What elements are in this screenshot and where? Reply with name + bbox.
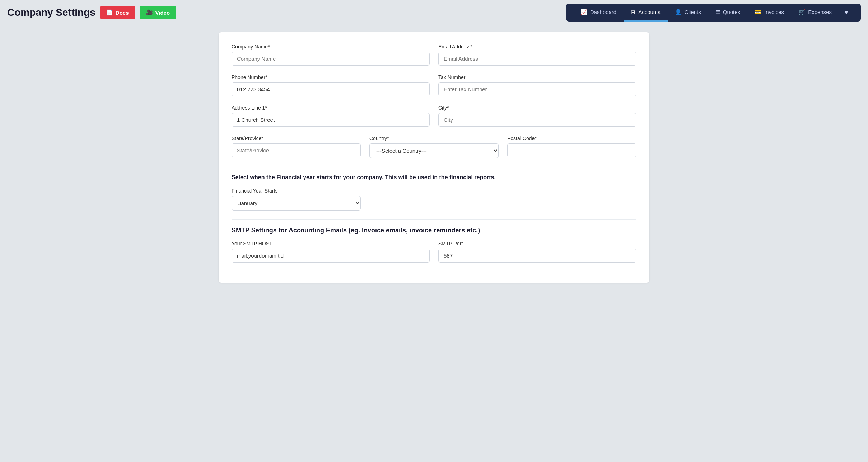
email-input[interactable] [438, 52, 636, 66]
nav-item-quotes[interactable]: ☰ Quotes [708, 4, 747, 22]
invoices-icon: 💳 [755, 9, 761, 15]
postal-label: Postal Code* [507, 135, 636, 141]
nav-item-expenses[interactable]: 🛒 Expenses [791, 4, 839, 22]
nav-item-clients[interactable]: 👤 Clients [668, 4, 708, 22]
top-left-section: Company Settings 📄 Docs 🎥 Video [7, 6, 176, 19]
financial-year-label: Financial Year Starts [232, 188, 361, 194]
postal-input[interactable] [507, 143, 636, 157]
docs-button[interactable]: 📄 Docs [100, 6, 135, 19]
accounts-icon: ⊞ [631, 9, 635, 15]
tax-group: Tax Number [438, 74, 636, 96]
smtp-host-input[interactable] [232, 249, 430, 263]
smtp-port-input[interactable] [438, 249, 636, 263]
financial-year-group: Financial Year Starts January February M… [232, 188, 361, 211]
form-row-financial: Financial Year Starts January February M… [232, 188, 636, 211]
phone-group: Phone Number* [232, 74, 430, 96]
city-group: City* [438, 105, 636, 127]
city-input[interactable] [438, 113, 636, 127]
company-name-input[interactable] [232, 52, 430, 66]
email-group: Email Address* [438, 44, 636, 66]
email-label: Email Address* [438, 44, 636, 50]
tax-input[interactable] [438, 82, 636, 96]
smtp-host-group: Your SMTP HOST [232, 241, 430, 263]
form-row-2: Phone Number* Tax Number [232, 74, 636, 96]
quotes-icon: ☰ [715, 9, 720, 15]
video-button[interactable]: 🎥 Video [140, 6, 177, 19]
postal-group: Postal Code* [507, 135, 636, 158]
state-label: State/Provice* [232, 135, 361, 141]
smtp-heading: SMTP Settings for Accounting Emails (eg.… [232, 227, 636, 234]
state-group: State/Provice* [232, 135, 361, 158]
smtp-port-group: SMTP Port [438, 241, 636, 263]
settings-card: Company Name* Email Address* Phone Numbe… [219, 32, 649, 283]
nav-more-button[interactable]: ▾ [839, 4, 854, 22]
country-group: Country* ---Select a Country--- United S… [369, 135, 499, 158]
page-title: Company Settings [7, 7, 95, 18]
chevron-down-icon: ▾ [845, 9, 848, 17]
tax-label: Tax Number [438, 74, 636, 80]
form-row-1: Company Name* Email Address* [232, 44, 636, 66]
main-nav: 📈 Dashboard ⊞ Accounts 👤 Clients ☰ Quote… [566, 4, 861, 22]
phone-label: Phone Number* [232, 74, 430, 80]
address1-input[interactable] [232, 113, 430, 127]
form-row-smtp: Your SMTP HOST SMTP Port [232, 241, 636, 263]
form-row-4: State/Provice* Country* ---Select a Coun… [232, 135, 636, 158]
form-row-3: Address Line 1* City* [232, 105, 636, 127]
main-content: Company Name* Email Address* Phone Numbe… [0, 25, 868, 290]
city-label: City* [438, 105, 636, 111]
smtp-host-label: Your SMTP HOST [232, 241, 430, 246]
phone-input[interactable] [232, 82, 430, 96]
divider-1 [232, 167, 636, 167]
smtp-port-label: SMTP Port [438, 241, 636, 246]
divider-2 [232, 219, 636, 220]
company-name-group: Company Name* [232, 44, 430, 66]
nav-item-invoices[interactable]: 💳 Invoices [747, 4, 791, 22]
video-icon: 🎥 [146, 9, 153, 16]
financial-year-info: Select when the Financial year starts fo… [232, 174, 636, 181]
clients-icon: 👤 [675, 9, 682, 15]
expenses-icon: 🛒 [798, 9, 805, 15]
state-input[interactable] [232, 143, 361, 157]
address1-label: Address Line 1* [232, 105, 430, 111]
country-label: Country* [369, 135, 499, 141]
nav-item-accounts[interactable]: ⊞ Accounts [624, 4, 668, 22]
country-select[interactable]: ---Select a Country--- United States Uni… [369, 143, 499, 158]
nav-item-dashboard[interactable]: 📈 Dashboard [573, 4, 624, 22]
page-header: Company Settings 📄 Docs 🎥 Video 📈 Dashbo… [0, 0, 868, 25]
financial-year-select[interactable]: January February March April May June Ju… [232, 196, 361, 211]
dashboard-icon: 📈 [580, 9, 587, 15]
docs-icon: 📄 [106, 9, 113, 16]
company-name-label: Company Name* [232, 44, 430, 50]
address1-group: Address Line 1* [232, 105, 430, 127]
